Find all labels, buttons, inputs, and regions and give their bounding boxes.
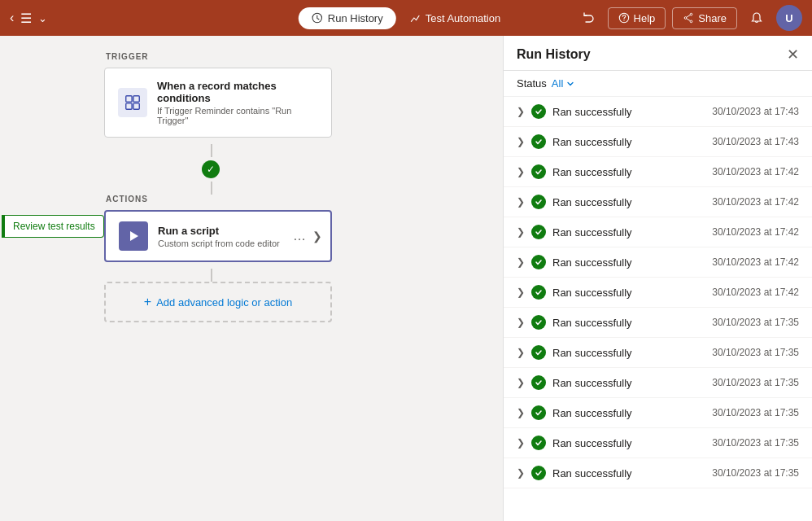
action-card-text: Run a script Custom script from code edi…: [158, 225, 280, 248]
run-item-timestamp: 30/10/2023 at 17:42: [712, 256, 799, 268]
connector-line-1: [211, 144, 212, 157]
run-item-status-text: Ran successfully: [552, 256, 705, 269]
back-icon[interactable]: ‹: [10, 11, 14, 25]
run-item-status-icon: [531, 195, 546, 209]
user-avatar[interactable]: U: [776, 5, 802, 31]
run-item-chevron-icon: ❯: [517, 226, 525, 238]
run-item-status-text: Ran successfully: [552, 347, 705, 359]
run-item-status-text: Ran successfully: [552, 226, 705, 239]
run-item-status-text: Ran successfully: [552, 467, 705, 479]
run-history-item[interactable]: ❯ Ran successfully 30/10/2023 at 17:42: [504, 247, 812, 278]
run-item-status-icon: [531, 315, 546, 330]
topbar-chevron-icon[interactable]: ⌄: [38, 12, 47, 24]
run-item-chevron-icon: ❯: [517, 196, 525, 208]
add-logic-button[interactable]: + Add advanced logic or action: [104, 282, 332, 322]
run-history-item[interactable]: ❯ Ran successfully 30/10/2023 at 17:42: [504, 217, 812, 247]
svg-rect-7: [133, 96, 139, 102]
trigger-title: When a record matches conditions: [157, 80, 318, 104]
run-history-item[interactable]: ❯ Ran successfully 30/10/2023 at 17:35: [504, 368, 812, 398]
filter-status-label: Status: [517, 77, 547, 90]
tab-test-automation-label: Test Automation: [426, 12, 501, 24]
run-item-status-text: Ran successfully: [552, 287, 705, 299]
run-item-status-text: Ran successfully: [552, 166, 705, 178]
canvas-area: TRIGGER When a record matches conditions…: [88, 36, 503, 339]
run-history-item[interactable]: ❯ Ran successfully 30/10/2023 at 17:42: [504, 278, 812, 308]
run-history-item[interactable]: ❯ Ran successfully 30/10/2023 at 17:43: [504, 97, 812, 127]
run-item-status-text: Ran successfully: [552, 317, 705, 329]
run-item-status-text: Ran successfully: [552, 106, 705, 118]
run-history-close-button[interactable]: ✕: [787, 46, 799, 63]
run-history-list: ❯ Ran successfully 30/10/2023 at 17:43 ❯…: [504, 97, 812, 521]
svg-marker-10: [130, 231, 138, 241]
run-item-timestamp: 30/10/2023 at 17:43: [712, 136, 799, 147]
filter-value-selector[interactable]: All: [552, 77, 574, 90]
trigger-subtitle: If Trigger Reminder contains "Run Trigge…: [157, 106, 318, 125]
action-play-icon: [119, 221, 148, 251]
svg-rect-9: [133, 103, 139, 109]
run-item-chevron-icon: ❯: [517, 136, 525, 147]
action-expand-icon[interactable]: ❯: [312, 230, 322, 243]
topbar: ‹ ☰ ⌄ Run History Test Automation Help S…: [0, 0, 812, 36]
undo-icon[interactable]: [575, 5, 601, 31]
run-item-chevron-icon: ❯: [517, 287, 525, 298]
run-item-chevron-icon: ❯: [517, 166, 525, 177]
svg-rect-8: [126, 103, 132, 109]
run-item-chevron-icon: ❯: [517, 106, 525, 117]
action-more-icon[interactable]: …: [293, 229, 306, 243]
topbar-right: Help Share U: [575, 5, 802, 31]
svg-point-3: [690, 13, 692, 15]
action-card[interactable]: Run a script Custom script from code edi…: [104, 210, 332, 262]
run-item-chevron-icon: ❯: [517, 467, 525, 479]
run-history-item[interactable]: ❯ Ran successfully 30/10/2023 at 17:35: [504, 308, 812, 338]
run-item-chevron-icon: ❯: [517, 407, 525, 418]
tab-run-history[interactable]: Run History: [299, 7, 396, 29]
actions-section-label: ACTIONS: [106, 195, 487, 204]
run-history-item[interactable]: ❯ Ran successfully 30/10/2023 at 17:35: [504, 338, 812, 368]
run-history-item[interactable]: ❯ Ran successfully 30/10/2023 at 17:43: [504, 127, 812, 157]
trigger-section-label: TRIGGER: [106, 52, 487, 61]
run-item-timestamp: 30/10/2023 at 17:35: [712, 347, 799, 358]
run-item-status-text: Ran successfully: [552, 437, 705, 449]
run-item-timestamp: 30/10/2023 at 17:42: [712, 196, 799, 208]
filter-value-text: All: [552, 77, 563, 90]
run-item-timestamp: 30/10/2023 at 17:43: [712, 106, 799, 117]
notifications-icon[interactable]: [744, 5, 770, 31]
help-icon: [618, 12, 630, 24]
run-history-tab-icon: [312, 12, 323, 24]
run-history-item[interactable]: ❯ Ran successfully 30/10/2023 at 17:35: [504, 458, 812, 488]
left-panel: Review test results TRIGGER When a recor…: [0, 36, 503, 521]
run-history-title: Run History: [517, 47, 591, 62]
run-item-timestamp: 30/10/2023 at 17:42: [712, 166, 799, 177]
run-item-status-icon: [531, 285, 546, 300]
run-history-item[interactable]: ❯ Ran successfully 30/10/2023 at 17:35: [504, 428, 812, 458]
test-automation-tab-icon: [409, 12, 421, 24]
run-item-chevron-icon: ❯: [517, 377, 525, 388]
run-item-timestamp: 30/10/2023 at 17:35: [712, 377, 799, 388]
run-item-status-icon: [531, 164, 546, 179]
run-history-item[interactable]: ❯ Ran successfully 30/10/2023 at 17:42: [504, 157, 812, 187]
run-history-item[interactable]: ❯ Ran successfully 30/10/2023 at 17:42: [504, 187, 812, 217]
help-button[interactable]: Help: [608, 7, 666, 29]
run-history-item[interactable]: ❯ Ran successfully 30/10/2023 at 17:35: [504, 398, 812, 428]
run-item-chevron-icon: ❯: [517, 317, 525, 328]
tab-run-history-label: Run History: [328, 12, 383, 24]
topbar-app-icon: ☰: [20, 11, 32, 26]
run-item-status-icon: [531, 255, 546, 269]
tab-test-automation[interactable]: Test Automation: [396, 7, 514, 29]
run-item-status-icon: [531, 466, 546, 480]
run-item-timestamp: 30/10/2023 at 17:42: [712, 226, 799, 238]
trigger-card-icon: [118, 88, 147, 117]
svg-point-2: [623, 20, 624, 20]
main-layout: Review test results TRIGGER When a recor…: [0, 36, 812, 521]
trigger-card[interactable]: When a record matches conditions If Trig…: [104, 68, 332, 138]
run-item-status-icon: [531, 436, 546, 450]
run-item-chevron-icon: ❯: [517, 437, 525, 449]
run-item-status-icon: [531, 345, 546, 360]
run-item-chevron-icon: ❯: [517, 256, 525, 268]
share-button[interactable]: Share: [672, 7, 737, 29]
connector-line-2: [211, 182, 212, 195]
run-item-status-icon: [531, 104, 546, 119]
filter-chevron-icon: [566, 80, 574, 88]
run-item-status-icon: [531, 225, 546, 239]
run-item-timestamp: 30/10/2023 at 17:35: [712, 467, 799, 479]
